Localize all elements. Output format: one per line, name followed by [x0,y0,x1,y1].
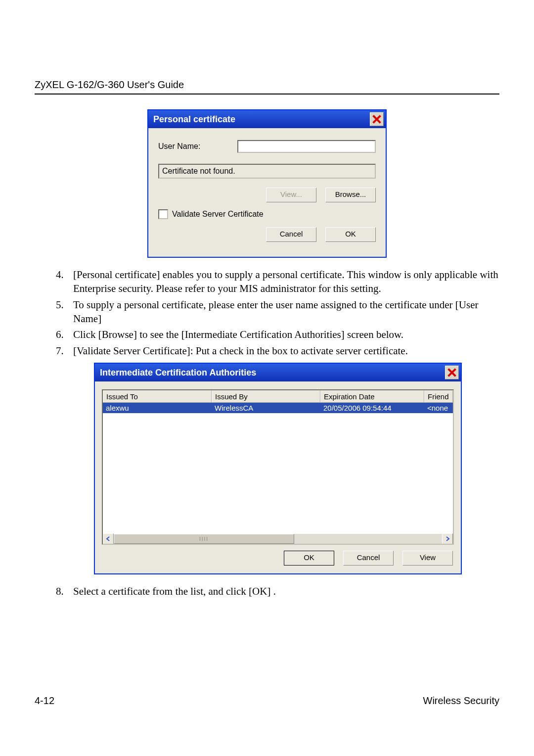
ica-ok-button[interactable]: OK [284,551,334,566]
page-header: ZyXEL G-162/G-360 User's Guide [35,79,499,94]
cell-expiration: 20/05/2006 09:54:44 [320,403,424,413]
col-issued-by[interactable]: Issued By [212,390,320,402]
cell-friendly: <none [424,403,453,413]
ica-cancel-button[interactable]: Cancel [343,551,394,566]
ica-title: Intermediate Certification Authorities [100,368,256,378]
step-6: Click [Browse] to see the [Intermediate … [66,328,499,341]
cert-status-box: Certificate not found. [158,164,376,179]
col-expiration[interactable]: Expiration Date [320,390,424,402]
listview-header: Issued To Issued By Expiration Date Frie… [103,390,453,403]
step-7: [Validate Server Certificate]: Put a che… [66,344,499,358]
validate-server-label: Validate Server Certificate [172,210,264,219]
close-icon[interactable] [445,366,459,379]
col-issued-to[interactable]: Issued To [103,390,212,402]
personal-titlebar: Personal certificate [148,110,386,128]
view-button: View... [266,188,316,202]
cert-listview[interactable]: Issued To Issued By Expiration Date Frie… [102,389,454,545]
step-8: Select a certificate from the list, and … [66,584,499,598]
section-name: Wireless Security [423,695,499,707]
horizontal-scrollbar[interactable]: IIII [103,534,453,544]
instruction-list: [Personal certificate] enables you to su… [35,268,499,358]
cell-issued-to: alexwu [103,403,212,413]
step-5: To supply a personal certificate, please… [66,298,499,326]
table-row[interactable]: alexwu WirelessCA 20/05/2006 09:54:44 <n… [103,403,453,413]
page-number: 4-12 [35,695,54,707]
ica-view-button[interactable]: View [402,551,453,566]
personal-certificate-dialog: Personal certificate User Name: Certific… [147,109,387,258]
ica-titlebar: Intermediate Certification Authorities [95,364,461,381]
scroll-left-icon[interactable] [103,533,114,544]
cell-issued-by: WirelessCA [212,403,320,413]
cancel-button[interactable]: Cancel [266,227,316,242]
page-footer: 4-12 Wireless Security [35,695,499,707]
col-friendly[interactable]: Friend [424,390,453,402]
scroll-right-icon[interactable] [442,533,453,544]
close-icon[interactable] [370,112,384,126]
personal-title: Personal certificate [153,114,235,125]
ica-dialog: Intermediate Certification Authorities I… [94,363,462,574]
scroll-thumb[interactable]: IIII [114,534,294,544]
browse-button[interactable]: Browse... [325,188,376,202]
step-4: [Personal certificate] enables you to su… [66,268,499,296]
user-name-label: User Name: [158,142,237,151]
instruction-list-2: Select a certificate from the list, and … [35,584,499,598]
validate-server-checkbox[interactable] [158,209,168,219]
ok-button[interactable]: OK [325,227,376,242]
user-name-input[interactable] [237,140,376,153]
